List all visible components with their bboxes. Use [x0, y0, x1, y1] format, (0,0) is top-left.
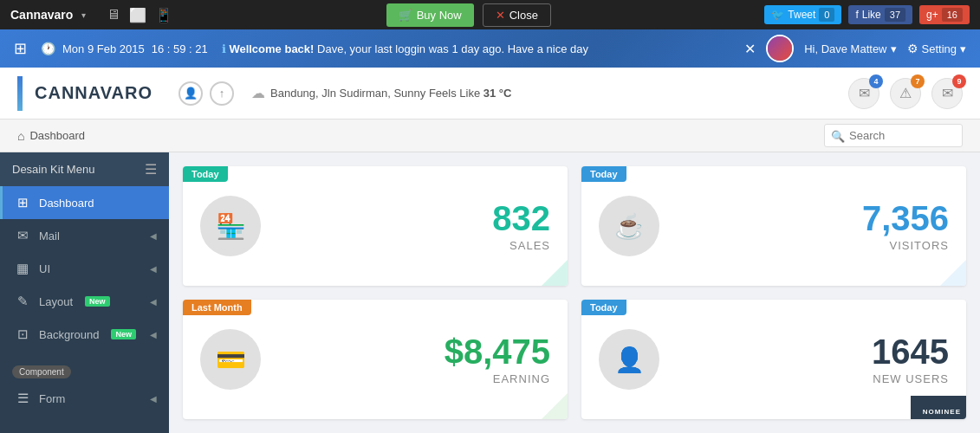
sidebar: Desain Kit Menu ☰ ⊞ Dashboard ✉ Mail ◀ ▦… [0, 152, 169, 433]
user-chevron-icon: ▾ [891, 42, 897, 55]
users-icon: 👤 [599, 329, 659, 390]
top-bar-center: 🛒 Buy Now ✕ Close [386, 3, 551, 27]
main-layout: Desain Kit Menu ☰ ⊞ Dashboard ✉ Mail ◀ ▦… [0, 152, 980, 433]
app-name: Cannavaro [10, 8, 73, 22]
google-plus-button[interactable]: g+ 16 [919, 5, 970, 24]
search-input[interactable] [824, 124, 963, 147]
chevron-down-icon[interactable]: ▾ [81, 10, 86, 20]
sidebar-item-dashboard[interactable]: ⊞ Dashboard [0, 186, 169, 219]
visitors-badge: Today [581, 166, 626, 182]
location-bar: ☁ Bandung, Jln Sudirman, Sunny Feels Lik… [251, 85, 511, 101]
grid-icon[interactable]: ⊞ [14, 39, 27, 58]
notif-bar-right: ✕ Hi, Dave Mattew ▾ ⚙ Setting ▾ [744, 35, 966, 62]
logo-text: CANNAVARO [35, 83, 153, 103]
sales-info: 832 SALES [492, 201, 550, 252]
setting-chevron-icon: ▾ [960, 42, 966, 55]
user-avatar[interactable] [766, 35, 794, 62]
sidebar-item-form[interactable]: ☰ Form ◀ [0, 382, 169, 415]
monitor-icon[interactable]: 🖥 [107, 7, 120, 23]
sidebar-item-layout[interactable]: ✎ Layout New ◀ [0, 285, 169, 318]
earning-badge: Last Month [183, 300, 251, 315]
sales-icon: 🏪 [200, 196, 261, 256]
cart-icon: 🛒 [399, 9, 412, 22]
sidebar-arrow-mail: ◀ [150, 231, 157, 241]
clock-icon: 🕐 [41, 42, 55, 55]
visitors-label: Visitors [862, 239, 949, 252]
tweet-button[interactable]: 🐦 Tweet 0 [764, 5, 841, 24]
earning-label: Earning [445, 372, 550, 385]
stat-card-visitors: Today ☕ 7,356 Visitors [581, 166, 966, 286]
sales-value: 832 [492, 201, 550, 236]
logo-icons: 👤 ↑ [178, 81, 234, 106]
visitors-icon: ☕ [599, 196, 659, 256]
component-section-header: Component [0, 351, 169, 382]
dashboard-icon: ⊞ [15, 195, 30, 210]
sidebar-arrow-background: ◀ [150, 330, 157, 339]
device-icons: 🖥 ⬜ 📱 [107, 7, 172, 23]
card-corner-visitors [940, 260, 966, 286]
users-badge: Today [581, 300, 626, 315]
tablet-icon[interactable]: ⬜ [129, 7, 146, 23]
sales-badge: Today [183, 166, 228, 182]
top-bar-left: Cannavaro ▾ 🖥 ⬜ 📱 [10, 7, 172, 23]
content-area: Today 🏪 832 SALES Today ☕ 7,356 Visitors… [169, 152, 980, 433]
nav-home[interactable]: ⌂ Dashboard [17, 129, 85, 143]
users-label: New Users [872, 372, 949, 385]
email-notif-button[interactable]: ✉ 4 [848, 78, 879, 109]
sidebar-item-ui[interactable]: ▦ UI ◀ [0, 252, 169, 285]
mobile-icon[interactable]: 📱 [155, 7, 172, 23]
share-icon-btn[interactable]: ↑ [210, 81, 234, 106]
close-notif-icon[interactable]: ✕ [744, 41, 756, 57]
user-name[interactable]: Hi, Dave Mattew ▾ [804, 42, 896, 55]
users-value: 1645 [872, 334, 949, 369]
visitors-value: 7,356 [862, 201, 949, 236]
stat-card-users: Today 👤 1645 New Users NOMINEE [581, 300, 966, 419]
header-right: ✉ 4 ⚠ 7 ✉ 9 [848, 78, 963, 109]
search-icon: 🔍 [831, 129, 845, 142]
message-notif-button[interactable]: ✉ 9 [931, 78, 963, 109]
sidebar-item-background[interactable]: ⊡ Background New ◀ [0, 318, 169, 351]
sidebar-arrow-layout: ◀ [150, 297, 157, 307]
stat-card-sales: Today 🏪 832 SALES [183, 166, 568, 286]
logo-stripe [17, 76, 23, 111]
welcome-message: ℹ Wellcome back! Dave, your last loggin … [222, 42, 588, 55]
sidebar-item-mail[interactable]: ✉ Mail ◀ [0, 219, 169, 252]
nominee-badge: NOMINEE [911, 396, 966, 419]
earning-icon: 💳 [200, 329, 261, 390]
top-bar: Cannavaro ▾ 🖥 ⬜ 📱 🛒 Buy Now ✕ Close 🐦 Tw… [0, 0, 980, 29]
google-icon: g+ [926, 9, 938, 21]
sidebar-menu-header: Desain Kit Menu ☰ [0, 152, 169, 186]
facebook-icon: f [855, 9, 858, 21]
hamburger-icon[interactable]: ☰ [145, 161, 157, 178]
form-icon: ☰ [15, 391, 30, 406]
earning-value: $8,475 [445, 334, 550, 369]
close-button[interactable]: ✕ Close [483, 3, 551, 27]
sidebar-arrow-ui: ◀ [150, 264, 157, 274]
users-info: 1645 New Users [872, 334, 949, 385]
facebook-like-button[interactable]: f Like 37 [848, 5, 912, 24]
earning-info: $8,475 Earning [445, 334, 550, 385]
search-area: 🔍 [824, 124, 963, 147]
user-profile-icon-btn[interactable]: 👤 [178, 81, 203, 106]
card-corner-earning [542, 393, 568, 419]
stat-card-earning: Last Month 💳 $8,475 Earning [183, 300, 568, 419]
logo-area: CANNAVARO 👤 ↑ [17, 76, 234, 111]
cloud-icon: ☁ [251, 85, 265, 101]
nav-bar: ⌂ Dashboard 🔍 [0, 120, 980, 152]
top-bar-right: 🐦 Tweet 0 f Like 37 g+ 16 [764, 5, 970, 24]
sidebar-arrow-form: ◀ [150, 394, 157, 404]
header-bar: CANNAVARO 👤 ↑ ☁ Bandung, Jln Sudirman, S… [0, 68, 980, 120]
ui-icon: ▦ [15, 261, 30, 276]
alert-notif-button[interactable]: ⚠ 7 [890, 78, 921, 109]
gear-icon: ⚙ [907, 42, 918, 55]
home-icon: ⌂ [17, 129, 24, 143]
sales-label: SALES [492, 239, 550, 252]
buy-now-button[interactable]: 🛒 Buy Now [386, 3, 474, 27]
background-icon: ⊡ [15, 326, 30, 342]
notif-bar-left: ⊞ 🕐 Mon 9 Feb 2015 16 : 59 : 21 ℹ Wellco… [14, 39, 588, 58]
card-corner [542, 260, 568, 286]
twitter-icon: 🐦 [771, 9, 784, 21]
setting-link[interactable]: ⚙ Setting ▾ [907, 42, 966, 55]
date-time: 🕐 Mon 9 Feb 2015 16 : 59 : 21 [41, 42, 208, 55]
visitors-info: 7,356 Visitors [862, 201, 949, 252]
